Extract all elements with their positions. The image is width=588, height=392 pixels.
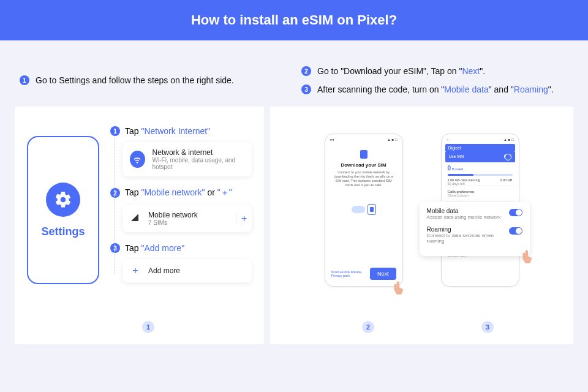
- plus-link: "＋": [217, 187, 232, 197]
- sim-icon: [360, 150, 368, 159]
- mobile-data-link: Mobile data: [444, 85, 488, 94]
- hand-icon-2: [520, 247, 536, 266]
- usage-max: 2.00 GB: [500, 178, 512, 182]
- network-row-sub: Wi-Fi, mobile, data usage, and hotspot: [153, 157, 245, 170]
- privacy-link[interactable]: Scan source license, Privacy path: [331, 270, 370, 277]
- step-2-bullet: 2: [110, 188, 120, 198]
- next-button[interactable]: Next: [370, 268, 396, 280]
- card-2-badge: 2: [362, 321, 374, 333]
- roaming-link: Roaming: [514, 85, 548, 94]
- instruction-right: 2 Go to "Download your eSIM", Tap on "Ne…: [301, 66, 568, 94]
- step-2: 2 Tap "Mobile network" or "＋" Mobile net…: [110, 187, 252, 232]
- status-bar-2: ←▲ ■ □: [445, 138, 515, 141]
- use-sim-toggle[interactable]: [504, 154, 511, 159]
- instruction-1-text: Go to Settings and follow the steps on t…: [36, 75, 234, 85]
- add-sim-button[interactable]: +: [236, 213, 252, 224]
- step-3: 3 Tap "Add more" + Add more: [110, 243, 252, 282]
- use-sim-label: Use SIM: [449, 154, 464, 159]
- roaming-sub: Connect to data services when roaming: [427, 233, 510, 244]
- download-footer: Scan source license, Privacy path Next: [329, 265, 399, 282]
- network-row-title: Network & internet: [153, 148, 245, 157]
- phone-download-sim: ●●▲ ■ □ Download your SIM Connect to you…: [325, 134, 403, 287]
- gear-icon: [46, 183, 80, 217]
- step-connector: [115, 137, 115, 274]
- instructions-row: 1 Go to Settings and follow the steps on…: [15, 48, 573, 102]
- mobile-row-title: Mobile network: [148, 211, 228, 219]
- bullet-1: 1: [20, 75, 29, 85]
- bullet-2: 2: [301, 66, 311, 76]
- card-1-badge: 1: [142, 321, 154, 333]
- phone-settings: Settings: [27, 121, 99, 314]
- network-internet-link: "Network Internet": [141, 126, 210, 136]
- steps-column: 1 Tap "Network Internet" Network & inter…: [110, 126, 252, 314]
- step-1-bullet: 1: [110, 126, 120, 136]
- content-area: 1 Go to Settings and follow the steps on…: [0, 40, 588, 344]
- carrier-header: Digicel: [445, 144, 515, 152]
- settings-label: Settings: [41, 225, 85, 238]
- calls-row[interactable]: Calls preference China Unicom: [445, 186, 515, 201]
- next-link: Next: [462, 66, 480, 76]
- use-sim-row[interactable]: Use SIM: [445, 152, 515, 162]
- download-graphic: [352, 204, 376, 215]
- wifi-icon: [130, 151, 145, 168]
- bullet-3: 3: [301, 85, 311, 94]
- plus-icon: +: [130, 265, 141, 276]
- add-more-title: Add more: [148, 266, 180, 275]
- page-header: How to install an eSIM on Pixel?: [0, 0, 588, 40]
- step-3-head: 3 Tap "Add more": [110, 243, 252, 253]
- roaming-row[interactable]: Roaming Connect to data services when ro…: [427, 226, 522, 244]
- sim-card-icon: [368, 204, 376, 215]
- add-more-link: "Add more": [141, 243, 184, 253]
- mobile-row-sub: 7 SIMs: [148, 219, 228, 226]
- download-sub: Connect to your mobile network by downlo…: [331, 170, 396, 188]
- mobile-network-row[interactable]: Mobile network 7 SIMs +: [123, 205, 252, 232]
- cloud-icon: [352, 206, 365, 213]
- step-2-head: 2 Tap "Mobile network" or "＋": [110, 187, 252, 198]
- mobile-data-title: Mobile data: [427, 208, 501, 214]
- mobile-data-row[interactable]: Mobile data Access data using mobile net…: [427, 208, 522, 220]
- instruction-2: 2 Go to "Download your eSIM", Tap on "Ne…: [301, 66, 568, 76]
- instruction-2-text: Go to "Download your eSIM", Tap on "Next…: [317, 66, 485, 76]
- mobile-network-link: "Mobile network": [141, 187, 205, 197]
- hand-icon: [391, 279, 407, 297]
- roaming-toggle[interactable]: [509, 227, 522, 235]
- page-title: How to install an eSIM on Pixel?: [191, 12, 397, 28]
- signal-icon: [130, 213, 141, 225]
- download-title: Download your SIM: [341, 162, 386, 168]
- usage-amount: 0: [448, 165, 451, 172]
- overlay-card: Mobile data Access data using mobile net…: [420, 202, 530, 256]
- step-3-bullet: 3: [110, 243, 120, 253]
- network-internet-row[interactable]: Network & internet Wi-Fi, mobile, data u…: [123, 142, 252, 176]
- instruction-left: 1 Go to Settings and follow the steps on…: [20, 66, 277, 94]
- phone-frame: Settings: [27, 136, 99, 284]
- phone-sim-settings: ←▲ ■ □ Digicel Use SIM 0 B used 2.00 GB …: [441, 134, 519, 287]
- step-1-head: 1 Tap "Network Internet": [110, 126, 252, 136]
- instruction-1: 1 Go to Settings and follow the steps on…: [20, 75, 234, 85]
- usage-bar: [448, 174, 513, 176]
- card-step-1: Settings 1 Tap "Network Internet": [15, 107, 264, 344]
- roaming-title: Roaming: [427, 226, 510, 233]
- card-steps-2-3: ●●▲ ■ □ Download your SIM Connect to you…: [270, 107, 573, 344]
- mobile-data-sub: Access data using mobile network: [427, 214, 501, 220]
- usage-unit: B used: [452, 167, 464, 171]
- step-1: 1 Tap "Network Internet" Network & inter…: [110, 126, 252, 176]
- instruction-3-text: After scanning the code, turn on "Mobile…: [317, 85, 554, 94]
- cards-row: Settings 1 Tap "Network Internet": [15, 107, 573, 344]
- mobile-data-toggle[interactable]: [509, 209, 522, 216]
- add-more-row[interactable]: + Add more: [123, 259, 252, 282]
- download-screen: Download your SIM Connect to your mobile…: [329, 141, 399, 265]
- instruction-3: 3 After scanning the code, turn on "Mobi…: [301, 85, 568, 94]
- usage-block: 0 B used 2.00 GB data warning 2.00 GB 30…: [445, 162, 515, 186]
- card-3-badge: 3: [481, 321, 494, 333]
